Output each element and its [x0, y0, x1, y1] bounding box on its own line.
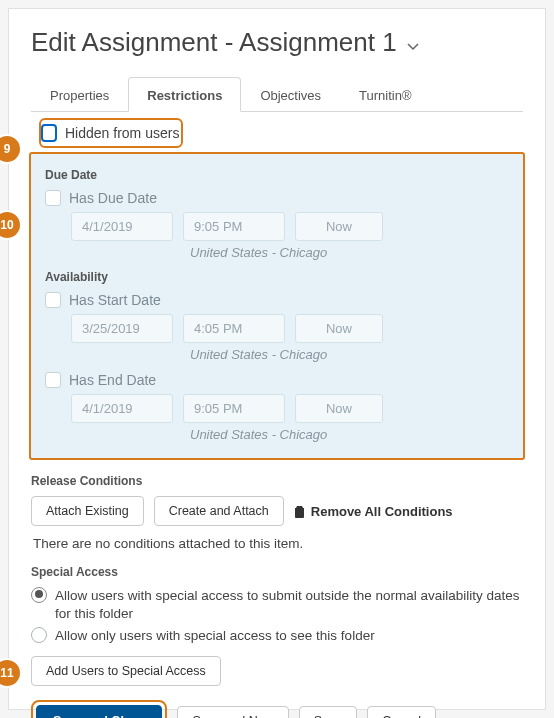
due-timezone: United States - Chicago: [190, 245, 509, 260]
title-row: Edit Assignment - Assignment 1: [31, 27, 523, 58]
tab-properties[interactable]: Properties: [31, 77, 128, 112]
end-date-fields: 4/1/2019 9:05 PM Now: [71, 394, 509, 423]
due-date-header: Due Date: [45, 168, 509, 182]
callout-11-highlight: Save and Close: [31, 700, 167, 718]
end-date-input[interactable]: 4/1/2019: [71, 394, 173, 423]
special-access-header: Special Access: [31, 565, 523, 579]
save-and-close-button[interactable]: Save and Close: [36, 705, 162, 718]
has-due-date-checkbox[interactable]: [45, 190, 61, 206]
end-timezone: United States - Chicago: [190, 427, 509, 442]
cancel-button[interactable]: Cancel: [367, 706, 436, 718]
has-due-date-row: Has Due Date: [45, 190, 509, 206]
remove-all-conditions[interactable]: Remove All Conditions: [294, 504, 453, 519]
has-due-date-label: Has Due Date: [69, 190, 157, 206]
attach-existing-button[interactable]: Attach Existing: [31, 496, 144, 526]
has-start-date-label: Has Start Date: [69, 292, 161, 308]
start-now-button[interactable]: Now: [295, 314, 383, 343]
special-access-opt2-row: Allow only users with special access to …: [31, 627, 523, 645]
has-start-date-row: Has Start Date: [45, 292, 509, 308]
tab-restrictions[interactable]: Restrictions: [128, 77, 241, 112]
start-date-fields: 3/25/2019 4:05 PM Now: [71, 314, 509, 343]
edit-assignment-panel: Edit Assignment - Assignment 1 Propertie…: [8, 8, 546, 710]
no-conditions-text: There are no conditions attached to this…: [33, 536, 523, 551]
special-access-opt1-label: Allow users with special access to submi…: [55, 587, 523, 623]
hidden-checkbox[interactable]: [41, 124, 57, 142]
due-date-input[interactable]: 4/1/2019: [71, 212, 173, 241]
start-timezone: United States - Chicago: [190, 347, 509, 362]
chevron-down-icon[interactable]: [407, 39, 419, 56]
has-end-date-label: Has End Date: [69, 372, 156, 388]
footer-buttons: Save and Close Save and New Save Cancel: [31, 700, 523, 718]
end-time-input[interactable]: 9:05 PM: [183, 394, 285, 423]
due-now-button[interactable]: Now: [295, 212, 383, 241]
add-users-special-access-button[interactable]: Add Users to Special Access: [31, 656, 221, 686]
release-conditions-buttons: Attach Existing Create and Attach Remove…: [31, 496, 523, 526]
create-and-attach-button[interactable]: Create and Attach: [154, 496, 284, 526]
has-end-date-checkbox[interactable]: [45, 372, 61, 388]
start-date-input[interactable]: 3/25/2019: [71, 314, 173, 343]
start-time-input[interactable]: 4:05 PM: [183, 314, 285, 343]
trash-icon: [294, 505, 305, 518]
date-availability-section: Due Date Has Due Date 4/1/2019 9:05 PM N…: [29, 152, 525, 460]
special-access-opt1-radio[interactable]: [31, 587, 47, 603]
special-access-opt2-radio[interactable]: [31, 627, 47, 643]
save-and-new-button[interactable]: Save and New: [177, 706, 288, 718]
tab-turnitin[interactable]: Turnitin®: [340, 77, 430, 112]
availability-header: Availability: [45, 270, 509, 284]
tabs: Properties Restrictions Objectives Turni…: [31, 76, 523, 112]
end-now-button[interactable]: Now: [295, 394, 383, 423]
save-button[interactable]: Save: [299, 706, 358, 718]
special-access-opt2-label: Allow only users with special access to …: [55, 627, 375, 645]
tab-objectives[interactable]: Objectives: [241, 77, 340, 112]
due-time-input[interactable]: 9:05 PM: [183, 212, 285, 241]
hidden-from-users-row: Hidden from users: [31, 112, 523, 152]
hidden-label: Hidden from users: [65, 125, 179, 141]
special-access-opt1-row: Allow users with special access to submi…: [31, 587, 523, 623]
remove-all-label: Remove All Conditions: [311, 504, 453, 519]
has-start-date-checkbox[interactable]: [45, 292, 61, 308]
page-title: Edit Assignment - Assignment 1: [31, 27, 397, 58]
release-conditions-header: Release Conditions: [31, 474, 523, 488]
has-end-date-row: Has End Date: [45, 372, 509, 388]
due-date-fields: 4/1/2019 9:05 PM Now: [71, 212, 509, 241]
